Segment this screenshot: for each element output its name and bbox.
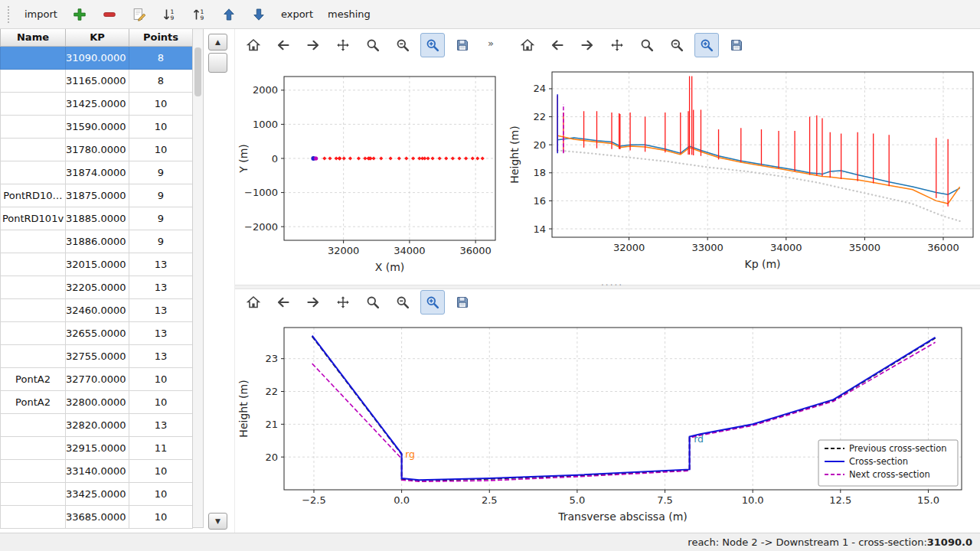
cell-kp[interactable]: 31780.0000 [66, 138, 129, 161]
table-row[interactable]: 32915.000011 [1, 436, 193, 459]
cell-name[interactable] [1, 436, 66, 459]
cell-points[interactable]: 13 [129, 276, 193, 298]
table-row[interactable]: 32205.000013 [1, 276, 193, 298]
table-row[interactable]: 31780.000010 [1, 138, 193, 161]
table-row[interactable]: 33685.000010 [1, 505, 193, 528]
cell-name[interactable]: PontA2 [1, 367, 66, 390]
zoom-button[interactable] [361, 33, 385, 57]
cell-kp[interactable]: 32460.0000 [66, 298, 129, 321]
table-row[interactable]: 33425.000010 [1, 482, 193, 505]
table-row[interactable]: 31090.00008 [1, 46, 193, 69]
cell-kp[interactable]: 32915.0000 [66, 436, 129, 459]
cell-name[interactable] [1, 230, 66, 253]
cell-points[interactable]: 13 [129, 298, 193, 321]
table-row[interactable]: 31590.000010 [1, 115, 193, 138]
cell-name[interactable] [1, 276, 66, 298]
zoom-button[interactable] [635, 33, 659, 57]
cell-points[interactable]: 10 [129, 390, 193, 413]
home-button[interactable] [515, 33, 540, 57]
cell-name[interactable] [1, 321, 66, 344]
cell-kp[interactable]: 31165.0000 [66, 69, 129, 92]
save-figure-button[interactable] [450, 33, 475, 57]
table-row[interactable]: 31425.000010 [1, 92, 193, 115]
cross-section-chart[interactable]: −2.50.02.55.07.510.012.515.020212223Tran… [235, 315, 980, 533]
zoom-rect-button[interactable] [420, 290, 445, 315]
cell-name[interactable] [1, 505, 66, 528]
cell-kp[interactable]: 33685.0000 [66, 505, 129, 528]
cell-points[interactable]: 13 [129, 413, 193, 436]
meshing-button[interactable]: meshing [322, 5, 376, 23]
save-figure-button[interactable] [724, 33, 749, 57]
toolbar-overflow-chevron[interactable]: » [488, 37, 494, 49]
table-row[interactable]: 31874.00009 [1, 161, 193, 184]
cell-kp[interactable]: 32800.0000 [66, 390, 129, 413]
cell-name[interactable] [1, 161, 66, 184]
zoom-options-button[interactable] [665, 33, 689, 57]
cell-points[interactable]: 10 [129, 115, 193, 138]
cell-kp[interactable]: 31885.0000 [66, 207, 129, 230]
table-scrollbar-thumb[interactable] [194, 47, 201, 96]
cell-points[interactable]: 9 [129, 161, 193, 184]
cell-name[interactable] [1, 298, 66, 321]
cell-kp[interactable]: 31886.0000 [66, 230, 129, 253]
remove-cross-section-button[interactable] [96, 4, 122, 25]
cell-points[interactable]: 13 [129, 344, 193, 367]
move-up-button[interactable] [216, 4, 242, 25]
column-header-name[interactable]: Name [1, 29, 66, 46]
cell-points[interactable]: 10 [129, 482, 193, 505]
back-button[interactable] [271, 290, 296, 315]
cell-name[interactable] [1, 344, 66, 367]
move-down-button[interactable] [246, 4, 272, 25]
cell-kp[interactable]: 32755.0000 [66, 344, 129, 367]
sort-descending-button[interactable]: 19 [156, 4, 182, 25]
back-button[interactable] [271, 33, 296, 57]
cell-name[interactable] [1, 69, 66, 92]
cell-points[interactable]: 13 [129, 321, 193, 344]
cell-kp[interactable]: 31874.0000 [66, 161, 129, 184]
table-row[interactable]: PontRD101v31885.00009 [1, 207, 193, 230]
zoom-rect-button[interactable] [694, 33, 719, 57]
cell-name[interactable] [1, 253, 66, 276]
cell-points[interactable]: 10 [129, 92, 193, 115]
table-row[interactable]: 33140.000010 [1, 459, 193, 482]
table-row[interactable]: PontA232800.000010 [1, 390, 193, 413]
cell-name[interactable] [1, 138, 66, 161]
forward-button[interactable] [301, 33, 325, 57]
export-button[interactable]: export [276, 5, 318, 23]
home-button[interactable] [241, 33, 266, 57]
cell-name[interactable]: PontRD10… [1, 184, 66, 207]
table-row[interactable]: 32655.000013 [1, 321, 193, 344]
edit-cross-section-button[interactable] [126, 4, 152, 25]
cell-points[interactable]: 9 [129, 184, 193, 207]
plan-chart[interactable]: 320003400036000−2000−1000010002000X (m)Y… [235, 61, 506, 285]
home-button[interactable] [241, 290, 266, 315]
cell-name[interactable] [1, 92, 66, 115]
pan-button[interactable] [605, 33, 629, 57]
toolbar-drag-handle[interactable] [8, 6, 12, 23]
table-row[interactable]: 32015.000013 [1, 253, 193, 276]
cell-points[interactable]: 10 [129, 459, 193, 482]
cell-kp[interactable]: 32655.0000 [66, 321, 129, 344]
cell-name[interactable] [1, 46, 66, 69]
import-button[interactable]: import [19, 5, 63, 23]
table-row[interactable]: 31886.00009 [1, 230, 193, 253]
table-row[interactable]: 32460.000013 [1, 298, 193, 321]
pan-button[interactable] [331, 33, 355, 57]
cell-points[interactable]: 10 [129, 367, 193, 390]
table-scrollbar[interactable] [192, 29, 204, 528]
column-header-kp[interactable]: KP [66, 29, 129, 46]
cell-points[interactable]: 9 [129, 207, 193, 230]
cell-kp[interactable]: 32015.0000 [66, 253, 129, 276]
cell-name[interactable] [1, 413, 66, 436]
save-figure-button[interactable] [450, 290, 475, 315]
table-row[interactable]: 31165.00008 [1, 69, 193, 92]
cell-kp[interactable]: 32205.0000 [66, 276, 129, 298]
cell-points[interactable]: 11 [129, 436, 193, 459]
add-cross-section-button[interactable] [67, 4, 93, 25]
cell-kp[interactable]: 31875.0000 [66, 184, 129, 207]
zoom-options-button[interactable] [390, 290, 415, 315]
cell-points[interactable]: 10 [129, 505, 193, 528]
cell-name[interactable]: PontA2 [1, 390, 66, 413]
column-header-points[interactable]: Points [129, 29, 193, 46]
back-button[interactable] [545, 33, 570, 57]
